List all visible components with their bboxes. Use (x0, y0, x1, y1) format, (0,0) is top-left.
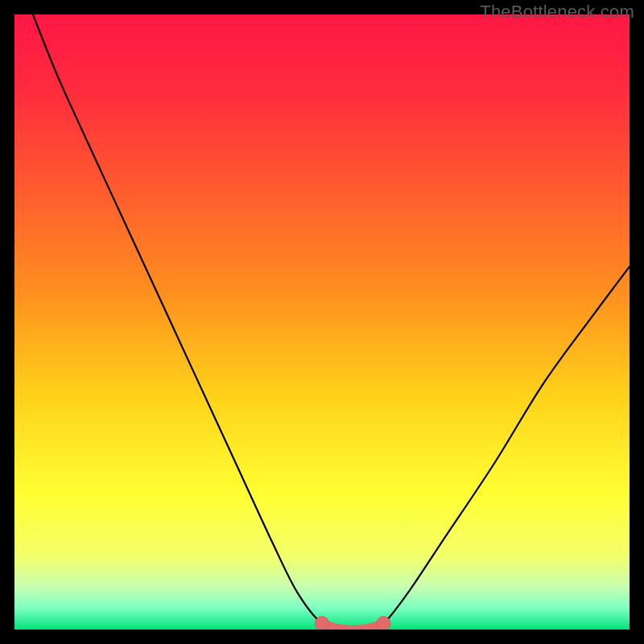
low-bottleneck-range (322, 623, 383, 630)
plot-area (14, 14, 630, 630)
highlight-endpoint (377, 617, 390, 630)
curve-layer (14, 14, 630, 630)
watermark-text: TheBottleneck.com (480, 2, 634, 23)
chart-frame: TheBottleneck.com (0, 0, 644, 644)
highlight-endpoint (316, 617, 329, 630)
bottleneck-curve (33, 14, 630, 630)
